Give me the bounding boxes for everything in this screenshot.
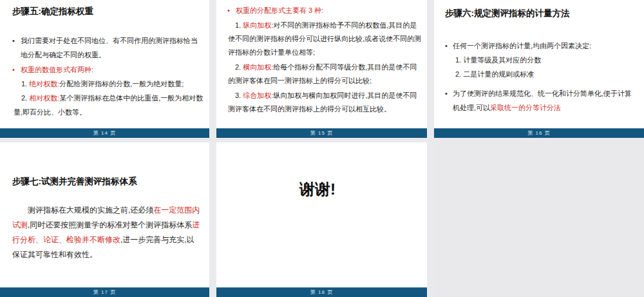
bullet-text: 任何一个测评指标的计量,均由两个因素决定: — [453, 42, 591, 50]
empty-slide-slot — [434, 142, 644, 297]
page-number-bar: 第 18 页 — [216, 287, 427, 297]
numbered-item: 2.横向加权:给每个指标分配不同等级分数,其目的是使不同的测评客体在同一测评指标… — [227, 61, 422, 88]
slide-title: 步骤五:确定指标权重 — [12, 5, 204, 19]
page-number-bar: 第 17 页 — [0, 287, 209, 297]
slide-page-15[interactable]: •权重的分配形式主要有 3 种: 1.纵向加权:对不同的测评指标给予不同的权数值… — [216, 0, 427, 138]
bullet-text: 权重的分配形式主要有 3 种: — [236, 6, 323, 14]
bullet-point: •为了使测评的结果规范化、统一化和计分简单化,便于计算机处理,可以采取统一的分等… — [445, 86, 638, 115]
para-text: 测评指标在大规模的实施之前,还必须 — [28, 206, 153, 215]
item-number: 2. — [21, 94, 27, 102]
item-number: 1. — [235, 21, 241, 29]
slide-17-body: 步骤七:试测并完善测评指标体系 测评指标在大规模的实施之前,还必须在一定范围内试… — [0, 142, 209, 287]
bullet-icon: • — [227, 4, 230, 17]
slide-page-18[interactable]: 谢谢! 第 18 页 — [216, 142, 427, 297]
numbered-item: 2.相对权数:某个测评指标在总体中的比重值,一般为相对数量,即百分比、小数等。 — [12, 91, 204, 119]
bullet-point-red: •权重的分配形式主要有 3 种: — [227, 4, 422, 17]
slide-page-17[interactable]: 步骤七:试测并完善测评指标体系 测评指标在大规模的实施之前,还必须在一定范围内试… — [0, 142, 209, 297]
page-number-label: 第 16 页 — [527, 131, 550, 136]
item-term: 横向加权: — [243, 63, 273, 71]
bullet-icon: • — [445, 86, 448, 101]
item-term: 纵向加权: — [243, 21, 273, 29]
body-paragraph: 测评指标在大规模的实施之前,还必须在一定范围内试测,同时还要按照测量学的标准对整… — [12, 203, 202, 262]
page-number-label: 第 15 页 — [310, 131, 333, 136]
slide-16-body: 步骤六:规定测评指标的计量方法 •任何一个测评指标的计量,均由两个因素决定: 1… — [434, 0, 644, 128]
slide-sorter-grid: 步骤五:确定指标权重 •我们需要对于处在不同地位、有不同作用的测评指标恰当地分配… — [0, 0, 644, 297]
bullet-icon: • — [12, 62, 15, 77]
item-term: 相对权数: — [29, 94, 59, 102]
sub-item: 1. 计量等级及其对应的分数 — [445, 53, 638, 67]
page-number-bar: 第 16 页 — [434, 128, 644, 138]
page-number-label: 第 14 页 — [93, 131, 116, 136]
bullet-point-red: •权重的数值形式有两种: — [12, 62, 204, 77]
slide-title: 步骤六:规定测评指标的计量方法 — [445, 6, 638, 21]
para-text: ,同时还要按照测量学的标准对整个测评指标体系 — [28, 220, 192, 229]
slide-18-body: 谢谢! — [216, 142, 427, 287]
slide-14-body: 步骤五:确定指标权重 •我们需要对于处在不同地位、有不同作用的测评指标恰当地分配… — [0, 0, 209, 128]
bullet-point: •任何一个测评指标的计量,均由两个因素决定: — [445, 39, 638, 53]
numbered-item: 1.绝对权数:分配给测评指标的分数,一般为绝对数量; — [12, 77, 204, 91]
bullet-text: 权重的数值形式有两种: — [21, 66, 93, 73]
numbered-item: 1.纵向加权:对不同的测评指标给予不同的权数值,其目的是使不同的测评指标的得分可… — [227, 19, 422, 59]
item-number: 1. — [21, 80, 27, 88]
page-number-bar: 第 14 页 — [0, 128, 209, 138]
slide-page-14[interactable]: 步骤五:确定指标权重 •我们需要对于处在不同地位、有不同作用的测评指标恰当地分配… — [0, 0, 209, 138]
slide-15-body: •权重的分配形式主要有 3 种: 1.纵向加权:对不同的测评指标给予不同的权数值… — [216, 0, 427, 128]
sub-item: 2. 二是计量的规则或标准 — [445, 67, 638, 81]
item-term: 绝对权数: — [29, 80, 59, 88]
page-number-label: 第 17 页 — [93, 290, 116, 295]
thank-you-heading: 谢谢! — [216, 179, 419, 200]
page-number-label: 第 18 页 — [310, 290, 333, 295]
bullet-icon: • — [12, 34, 15, 48]
item-number: 3. — [235, 91, 241, 99]
item-term: 综合加权: — [243, 91, 273, 99]
slide-page-16[interactable]: 步骤六:规定测评指标的计量方法 •任何一个测评指标的计量,均由两个因素决定: 1… — [434, 0, 644, 138]
numbered-item: 3.综合加权:纵向加权与横向加权同时进行,其目的是使不同测评客体在不同的测评指标… — [227, 89, 422, 116]
bullet-text: 我们需要对于处在不同地位、有不同作用的测评指标恰当地分配与确定不同的权重。 — [21, 37, 198, 59]
slide-title: 步骤七:试测并完善测评指标体系 — [12, 174, 202, 189]
page-number-bar: 第 15 页 — [216, 128, 427, 138]
bullet-point: •我们需要对于处在不同地位、有不同作用的测评指标恰当地分配与确定不同的权重。 — [12, 34, 204, 62]
bullet-text-highlight: 采取统一的分等计分法 — [490, 104, 561, 111]
item-number: 2. — [235, 63, 241, 71]
item-text: 分配给测评指标的分数,一般为绝对数量; — [59, 80, 184, 88]
bullet-icon: • — [445, 39, 448, 53]
